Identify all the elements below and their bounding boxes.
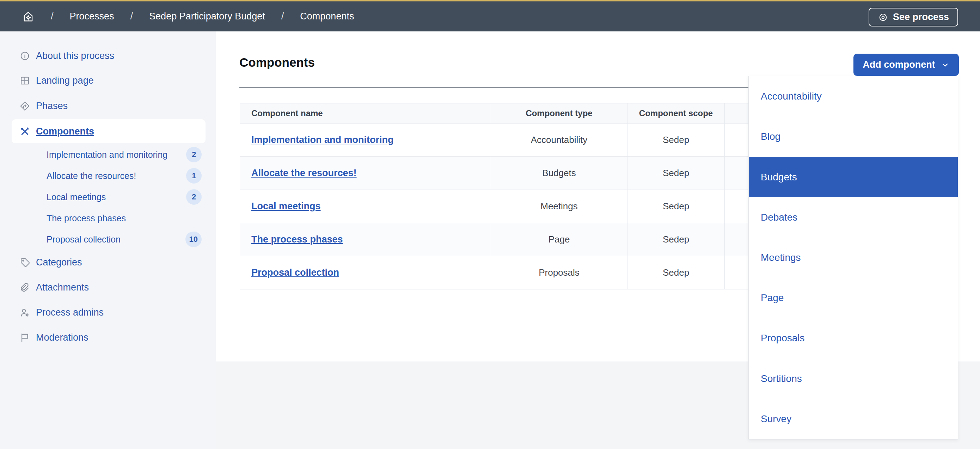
sidebar-item-landing-page[interactable]: Landing page (19, 73, 94, 88)
sidebar-subitem-implementation[interactable]: Implementation and monitoring 2 (46, 147, 202, 162)
sidebar-subitem-label: Allocate the resources! (46, 171, 136, 181)
dropdown-item-meetings[interactable]: Meetings (749, 238, 958, 278)
column-header-scope: Component scope (627, 104, 725, 123)
sidebar-subitem-label: Implementation and monitoring (46, 150, 167, 160)
breadcrumb-current: Components (300, 11, 354, 22)
sidebar-item-phases[interactable]: Phases (19, 98, 68, 113)
component-scope: Sedep (663, 234, 689, 245)
column-header-type: Component type (491, 104, 627, 123)
see-process-button[interactable]: See process (869, 8, 958, 27)
home-icon (22, 10, 35, 23)
breadcrumb: / Processes / Sedep Participatory Budget… (0, 10, 354, 23)
component-type: Meetings (541, 201, 578, 212)
sidebar-item-label: Attachments (36, 282, 89, 293)
info-icon (19, 51, 30, 61)
sidebar: About this process Landing page Phases (0, 31, 216, 449)
topbar: / Processes / Sedep Participatory Budget… (0, 0, 980, 31)
main-content: Components Add component Component name … (216, 31, 980, 361)
sidebar-item-moderations[interactable]: Moderations (19, 330, 89, 345)
component-link[interactable]: The process phases (251, 234, 343, 245)
component-type: Proposals (539, 267, 579, 278)
sidebar-subitem-allocate[interactable]: Allocate the resources! 1 (46, 168, 202, 184)
sidebar-subitem-proposal-collection[interactable]: Proposal collection 10 (46, 232, 202, 247)
sidebar-subitem-label: Proposal collection (46, 234, 121, 244)
sidebar-item-label: Process admins (36, 307, 103, 318)
component-scope: Sedep (663, 267, 689, 278)
sidebar-item-categories[interactable]: Categories (19, 254, 82, 270)
dropdown-item-debates[interactable]: Debates (749, 197, 958, 238)
sidebar-subitem-local-meetings[interactable]: Local meetings 2 (46, 189, 202, 205)
add-component-button[interactable]: Add component (853, 54, 959, 76)
sidebar-item-label: Moderations (36, 332, 89, 343)
eye-icon (878, 12, 888, 22)
count-badge: 10 (185, 232, 202, 247)
component-link[interactable]: Proposal collection (251, 267, 339, 278)
sidebar-item-label: Components (36, 126, 94, 137)
chevron-down-icon (940, 60, 950, 70)
breadcrumb-process-name[interactable]: Sedep Participatory Budget (149, 11, 265, 22)
sidebar-item-label: About this process (36, 51, 114, 61)
sidebar-subitem-label: The process phases (46, 213, 126, 224)
sidebar-item-attachments[interactable]: Attachments (19, 280, 89, 295)
home-link[interactable] (22, 10, 35, 23)
tools-icon (19, 126, 30, 137)
sidebar-item-label: Phases (36, 101, 68, 112)
dropdown-item-accountability[interactable]: Accountability (749, 76, 958, 117)
sidebar-item-label: Landing page (36, 75, 94, 86)
flag-icon (19, 332, 30, 343)
component-scope: Sedep (663, 168, 689, 179)
component-link[interactable]: Allocate the resources! (251, 168, 357, 179)
see-process-label: See process (893, 12, 949, 22)
breadcrumb-separator: / (51, 11, 54, 22)
component-type: Accountability (531, 134, 587, 145)
sidebar-item-components[interactable]: Components (12, 119, 205, 143)
component-type: Budgets (542, 168, 576, 179)
dropdown-item-page[interactable]: Page (749, 278, 958, 318)
component-scope: Sedep (663, 201, 689, 212)
count-badge: 2 (186, 147, 202, 162)
app-root: / Processes / Sedep Participatory Budget… (0, 0, 980, 449)
add-component-dropdown: Accountability Blog Budgets Debates Meet… (748, 76, 958, 439)
dropdown-item-survey[interactable]: Survey (749, 399, 958, 439)
sidebar-item-about[interactable]: About this process (19, 48, 114, 64)
sidebar-item-label: Categories (36, 257, 82, 268)
add-component-label: Add component (862, 59, 935, 70)
dropdown-item-budgets[interactable]: Budgets (749, 157, 958, 197)
count-badge: 1 (186, 168, 202, 184)
component-type: Page (549, 234, 570, 245)
page-title: Components (239, 56, 315, 70)
sidebar-subitem-label: Local meetings (46, 192, 106, 202)
component-link[interactable]: Implementation and monitoring (251, 134, 394, 145)
sidebar-subitem-process-phases[interactable]: The process phases (46, 210, 202, 226)
admin-user-icon (19, 307, 30, 318)
count-badge: 2 (186, 189, 202, 205)
paperclip-icon (19, 282, 30, 293)
dropdown-item-blog[interactable]: Blog (749, 117, 958, 157)
phases-icon (19, 101, 30, 112)
component-link[interactable]: Local meetings (251, 201, 321, 212)
breadcrumb-separator: / (130, 11, 133, 22)
dropdown-item-proposals[interactable]: Proposals (749, 318, 958, 358)
tag-icon (19, 257, 30, 268)
breadcrumb-separator: / (281, 11, 284, 22)
dropdown-item-sortitions[interactable]: Sortitions (749, 359, 958, 399)
layout-icon (19, 75, 30, 86)
column-header-name: Component name (240, 104, 491, 123)
sidebar-item-process-admins[interactable]: Process admins (19, 305, 103, 320)
component-scope: Sedep (663, 134, 689, 145)
breadcrumb-processes[interactable]: Processes (70, 11, 114, 22)
